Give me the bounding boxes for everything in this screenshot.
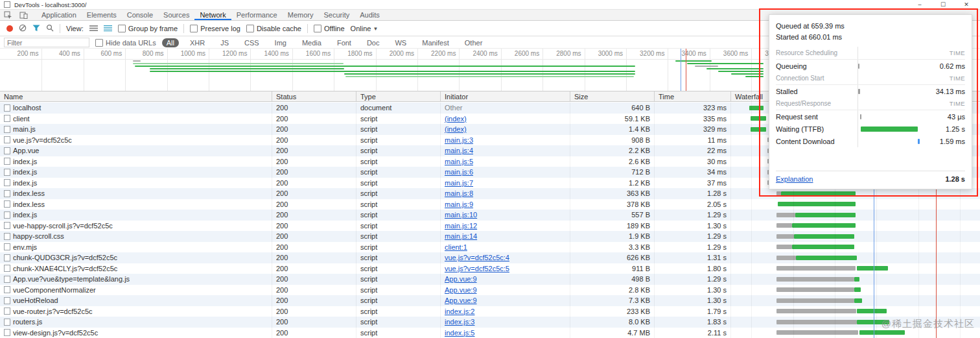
initiator-link[interactable]: main.js:3 bbox=[445, 136, 473, 144]
waterfall-download-bar[interactable] bbox=[751, 116, 766, 121]
filter-pill-doc[interactable]: Doc bbox=[362, 38, 384, 47]
explanation-link[interactable]: Explanation bbox=[776, 175, 813, 183]
waterfall-stalled-bar[interactable] bbox=[776, 287, 854, 292]
waterfall-download-bar[interactable] bbox=[795, 213, 856, 217]
network-request-row[interactable]: vue-happy-scroll.js?v=dcf52c5c200scriptm… bbox=[0, 221, 980, 232]
network-request-row[interactable]: happy-scroll.css200scriptmain.js:141.9 K… bbox=[0, 231, 980, 242]
waterfall-stalled-bar[interactable] bbox=[776, 309, 856, 313]
waterfall-stalled-bar[interactable] bbox=[776, 320, 857, 324]
filter-pill-img[interactable]: Img bbox=[270, 38, 291, 47]
waterfall-download-bar[interactable] bbox=[792, 245, 854, 249]
initiator-link[interactable]: main.js:14 bbox=[445, 232, 477, 240]
waterfall-stalled-bar[interactable] bbox=[776, 330, 858, 335]
column-header-type[interactable]: Type bbox=[356, 91, 441, 101]
waterfall-stalled-bar[interactable] bbox=[776, 213, 795, 217]
view-list-icon[interactable] bbox=[89, 25, 98, 33]
waterfall-download-bar[interactable] bbox=[796, 256, 857, 260]
column-header-time[interactable]: Time bbox=[655, 91, 731, 101]
waterfall-stalled-bar[interactable] bbox=[776, 191, 781, 196]
waterfall-download-bar[interactable] bbox=[781, 191, 856, 196]
network-request-row[interactable]: routers.js200scriptindex.js:38.0 KB1.83 … bbox=[0, 317, 980, 328]
initiator-link[interactable]: vue.js?v=dcf52c5c:4 bbox=[445, 254, 509, 261]
initiator-link[interactable]: client:1 bbox=[445, 243, 467, 251]
column-header-initiator[interactable]: Initiator bbox=[441, 91, 570, 101]
view-compact-icon[interactable] bbox=[104, 25, 112, 33]
group-by-frame-checkbox[interactable]: Group by frame bbox=[118, 25, 178, 32]
waterfall-stalled-bar[interactable] bbox=[776, 277, 854, 282]
network-request-row[interactable]: vueComponentNormalizer200scriptApp.vue:9… bbox=[0, 285, 980, 296]
waterfall-download-bar[interactable] bbox=[751, 127, 766, 132]
tab-performance[interactable]: Performance bbox=[231, 10, 283, 20]
hide-data-urls-checkbox[interactable]: Hide data URLs bbox=[95, 39, 156, 47]
record-button[interactable] bbox=[6, 25, 13, 32]
initiator-link[interactable]: main.js:10 bbox=[445, 211, 477, 219]
offline-checkbox[interactable]: Offline bbox=[314, 25, 345, 32]
initiator-link[interactable]: main.js:6 bbox=[445, 168, 473, 176]
initiator-link[interactable]: main.js:5 bbox=[445, 158, 473, 165]
filter-pill-js[interactable]: JS bbox=[216, 38, 233, 47]
initiator-link[interactable]: vue.js?v=dcf52c5c:5 bbox=[445, 265, 509, 272]
initiator-link[interactable]: (index) bbox=[445, 115, 467, 123]
tab-network[interactable]: Network bbox=[194, 10, 231, 20]
waterfall-stalled-bar[interactable] bbox=[776, 266, 856, 271]
network-request-row[interactable]: chunk-XNAE4CLY.js?v=dcf52c5c200scriptvue… bbox=[0, 263, 980, 274]
initiator-link[interactable]: index.js:5 bbox=[445, 329, 474, 337]
filter-pill-manifest[interactable]: Manifest bbox=[417, 38, 454, 47]
waterfall-download-bar[interactable] bbox=[857, 309, 887, 313]
initiator-link[interactable]: index.js:3 bbox=[445, 318, 474, 326]
network-request-row[interactable]: chunk-QUDG3CR.js?v=dcf52c5c200scriptvue.… bbox=[0, 252, 980, 263]
column-header-status[interactable]: Status bbox=[272, 91, 356, 101]
initiator-link[interactable]: main.js:4 bbox=[445, 147, 473, 154]
initiator-link[interactable]: (index) bbox=[445, 125, 467, 133]
waterfall-download-bar[interactable] bbox=[794, 234, 854, 239]
network-request-row[interactable]: index.less200scriptmain.js:8363 KB1.28 s bbox=[0, 188, 980, 199]
initiator-link[interactable]: index.js:2 bbox=[445, 308, 474, 315]
waterfall-stalled-bar[interactable] bbox=[776, 223, 792, 228]
device-toolbar-icon[interactable] bbox=[16, 10, 31, 20]
initiator-link[interactable]: App.vue:9 bbox=[445, 286, 477, 294]
waterfall-download-bar[interactable] bbox=[854, 277, 859, 282]
tab-application[interactable]: Application bbox=[36, 10, 82, 20]
filter-pill-css[interactable]: CSS bbox=[240, 38, 264, 47]
filter-input[interactable] bbox=[4, 38, 89, 47]
tab-console[interactable]: Console bbox=[122, 10, 158, 20]
network-request-row[interactable]: App.vue?vue&type=template&lang.js200scri… bbox=[0, 274, 980, 285]
clear-icon[interactable] bbox=[19, 24, 27, 33]
filter-pill-xhr[interactable]: XHR bbox=[185, 38, 209, 47]
initiator-link[interactable]: App.vue:9 bbox=[445, 275, 477, 283]
initiator-link[interactable]: main.js:7 bbox=[445, 179, 473, 187]
initiator-link[interactable]: main.js:9 bbox=[445, 200, 473, 208]
waterfall-stalled-bar[interactable] bbox=[776, 256, 796, 260]
filter-pill-font[interactable]: Font bbox=[332, 38, 356, 47]
inspect-element-icon[interactable] bbox=[0, 10, 16, 20]
initiator-link[interactable]: App.vue:9 bbox=[445, 296, 477, 304]
waterfall-download-bar[interactable] bbox=[857, 320, 889, 324]
network-request-row[interactable]: vue-router.js?v=dcf52c5c200scriptindex.j… bbox=[0, 306, 980, 317]
waterfall-download-bar[interactable] bbox=[854, 287, 861, 292]
initiator-link[interactable]: main.js:8 bbox=[445, 189, 473, 197]
waterfall-download-bar[interactable] bbox=[857, 266, 888, 271]
filter-pill-other[interactable]: Other bbox=[460, 38, 487, 47]
maximize-button[interactable]: ☐ bbox=[933, 1, 953, 8]
filter-pill-all[interactable]: All bbox=[162, 38, 179, 47]
tab-audits[interactable]: Audits bbox=[355, 10, 385, 20]
minimize-button[interactable]: – bbox=[910, 1, 929, 8]
waterfall-download-bar[interactable] bbox=[792, 223, 856, 228]
throttling-select[interactable]: Online ▼ bbox=[351, 25, 379, 32]
waterfall-download-bar[interactable] bbox=[778, 202, 856, 206]
waterfall-stalled-bar[interactable] bbox=[776, 298, 854, 303]
initiator-link[interactable]: main.js:12 bbox=[445, 222, 477, 230]
close-button[interactable]: ✕ bbox=[957, 1, 976, 8]
waterfall-download-bar[interactable] bbox=[854, 298, 862, 303]
tab-sources[interactable]: Sources bbox=[158, 10, 194, 20]
network-request-row[interactable]: vueHotReload200scriptApp.vue:97.3 KB1.30… bbox=[0, 295, 980, 306]
disable-cache-checkbox[interactable]: Disable cache bbox=[246, 25, 301, 32]
network-request-row[interactable]: env.mjs200scriptclient:13.3 KB1.29 s bbox=[0, 242, 980, 253]
tab-memory[interactable]: Memory bbox=[283, 10, 319, 20]
waterfall-stalled-bar[interactable] bbox=[776, 245, 792, 249]
network-request-row[interactable]: view-design.js?v=dcf52c5c200scriptindex.… bbox=[0, 328, 980, 338]
column-header-size[interactable]: Size bbox=[570, 91, 655, 101]
preserve-log-checkbox[interactable]: Preserve log bbox=[190, 25, 240, 32]
waterfall-stalled-bar[interactable] bbox=[776, 234, 794, 239]
network-request-row[interactable]: index.less200scriptmain.js:9378 KB2.05 s bbox=[0, 199, 980, 210]
